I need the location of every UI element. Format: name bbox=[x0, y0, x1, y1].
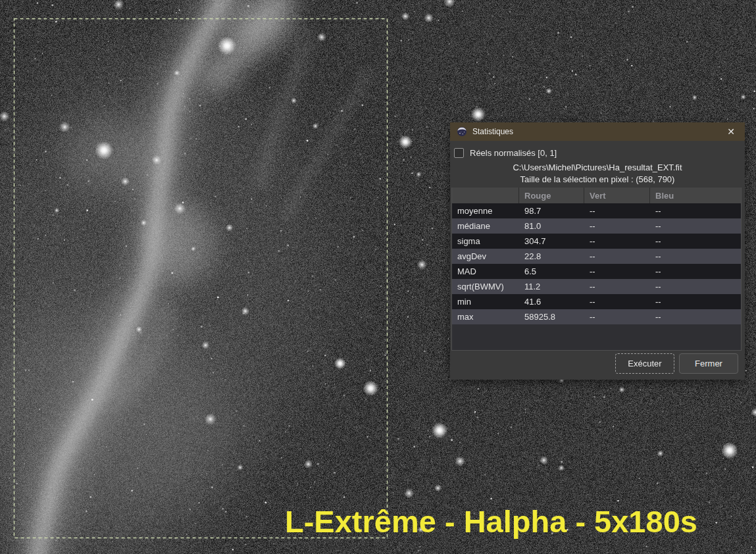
stat-name-cell: avgDev bbox=[452, 249, 519, 264]
rouge-value-cell: 6.5 bbox=[519, 264, 584, 279]
bleu-value-cell: -- bbox=[650, 279, 741, 294]
rouge-value-cell: 41.6 bbox=[519, 294, 584, 309]
column-header-stat bbox=[452, 188, 519, 203]
bleu-value-cell: -- bbox=[650, 264, 741, 279]
vert-value-cell: -- bbox=[584, 309, 650, 324]
stat-name-cell: médiane bbox=[452, 218, 519, 234]
execute-button[interactable]: Exécuter bbox=[615, 353, 674, 374]
table-header: Rouge Vert Bleu bbox=[452, 188, 741, 203]
table-row: max 58925.8 -- -- bbox=[452, 309, 741, 324]
vert-value-cell: -- bbox=[584, 294, 650, 309]
stat-name-cell: min bbox=[452, 294, 519, 309]
normalized-checkbox-label: Réels normalisés [0, 1] bbox=[470, 148, 557, 158]
vert-value-cell: -- bbox=[584, 203, 650, 218]
bleu-value-cell: -- bbox=[650, 249, 741, 264]
column-header-bleu: Bleu bbox=[650, 188, 741, 203]
bleu-value-cell: -- bbox=[650, 218, 741, 234]
rouge-value-cell: 11.2 bbox=[519, 279, 584, 294]
stat-name-cell: MAD bbox=[452, 264, 519, 279]
statistics-table: Rouge Vert Bleu moyenne 98.7 -- -- média… bbox=[451, 188, 742, 351]
vert-value-cell: -- bbox=[584, 264, 650, 279]
table-row: moyenne 98.7 -- -- bbox=[452, 203, 741, 218]
bleu-value-cell: -- bbox=[650, 309, 741, 324]
close-icon: ✕ bbox=[727, 126, 735, 137]
vert-value-cell: -- bbox=[584, 249, 650, 264]
vert-value-cell: -- bbox=[584, 279, 650, 294]
close-dialog-button[interactable]: Fermer bbox=[679, 353, 738, 374]
table-row: sqrt(BWMV) 11.2 -- -- bbox=[452, 279, 741, 294]
rouge-value-cell: 304.7 bbox=[519, 234, 584, 249]
column-header-rouge: Rouge bbox=[519, 188, 584, 203]
rouge-value-cell: 98.7 bbox=[519, 203, 584, 218]
rouge-value-cell: 58925.8 bbox=[519, 309, 584, 324]
table-row: avgDev 22.8 -- -- bbox=[452, 249, 741, 264]
stat-name-cell: sigma bbox=[452, 234, 519, 249]
siril-logo-icon bbox=[457, 126, 467, 137]
rouge-value-cell: 81.0 bbox=[519, 218, 584, 234]
dialog-title: Statistiques bbox=[472, 127, 513, 136]
table-row: médiane 81.0 -- -- bbox=[452, 218, 741, 234]
stat-name-cell: sqrt(BWMV) bbox=[452, 279, 519, 294]
stat-name-cell: moyenne bbox=[452, 203, 519, 218]
table-row: sigma 304.7 -- -- bbox=[452, 234, 741, 249]
normalized-checkbox[interactable] bbox=[454, 148, 464, 158]
rouge-value-cell: 22.8 bbox=[519, 249, 584, 264]
close-button[interactable]: ✕ bbox=[724, 124, 738, 139]
image-caption: L-Extrême - Halpha - 5x180s bbox=[285, 505, 697, 538]
selection-size-text: Taille de la sélection en pixel : (568, … bbox=[450, 174, 745, 184]
bleu-value-cell: -- bbox=[650, 294, 741, 309]
stat-name-cell: max bbox=[452, 309, 519, 324]
table-row: MAD 6.5 -- -- bbox=[452, 264, 741, 279]
dialog-titlebar[interactable]: Statistiques ✕ bbox=[450, 122, 745, 141]
column-header-vert: Vert bbox=[584, 188, 650, 203]
bleu-value-cell: -- bbox=[650, 234, 741, 249]
selection-rectangle[interactable] bbox=[14, 19, 388, 538]
vert-value-cell: -- bbox=[584, 218, 650, 234]
statistics-dialog: Statistiques ✕ Réels normalisés [0, 1] C… bbox=[450, 122, 745, 380]
file-path: C:\Users\Michel\Pictures\Ha_resultat_EXT… bbox=[450, 163, 745, 172]
bleu-value-cell: -- bbox=[650, 203, 741, 218]
vert-value-cell: -- bbox=[584, 234, 650, 249]
table-row: min 41.6 -- -- bbox=[452, 294, 741, 309]
